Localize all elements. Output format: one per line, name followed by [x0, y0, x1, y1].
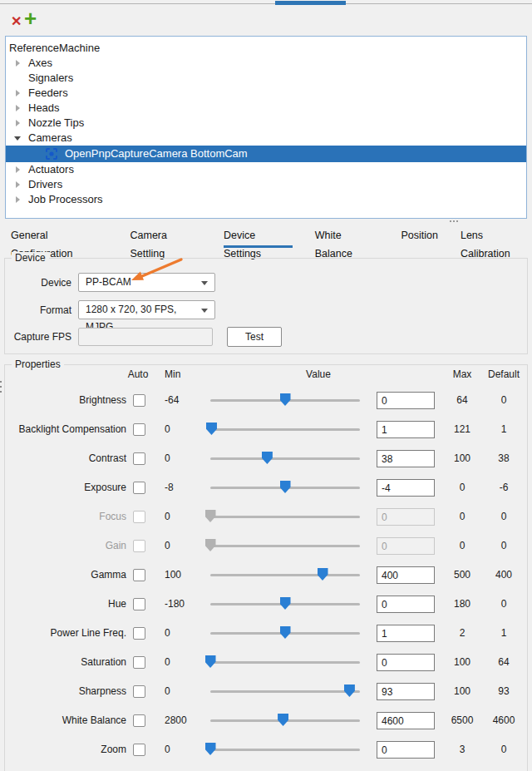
slider-track[interactable]	[210, 516, 360, 518]
device-groupbox-title: Device	[12, 252, 49, 264]
tree-item[interactable]: Job Processors	[6, 192, 526, 207]
slider-handle[interactable]	[205, 539, 216, 551]
value-input[interactable]	[377, 683, 435, 700]
header-min: Min	[165, 368, 180, 380]
expander-icon[interactable]	[14, 104, 22, 112]
expander-icon[interactable]	[14, 195, 22, 204]
tree-item[interactable]: Feeders	[6, 86, 526, 101]
slider-track[interactable]	[210, 661, 360, 664]
slider-track[interactable]	[210, 428, 360, 431]
auto-checkbox[interactable]	[133, 394, 145, 407]
expander-icon[interactable]	[14, 89, 22, 97]
property-name: Power Line Freq.	[0, 619, 126, 648]
tree-item[interactable]: Nozzle Tips	[6, 116, 526, 131]
value-input[interactable]	[377, 450, 435, 467]
tree-item[interactable]: Heads	[6, 101, 526, 116]
value-input[interactable]	[377, 625, 435, 642]
property-name: Exposure	[0, 473, 126, 502]
expander-icon[interactable]	[14, 119, 22, 127]
auto-checkbox[interactable]	[133, 569, 145, 581]
slider-track[interactable]	[210, 545, 360, 547]
value-input[interactable]	[377, 479, 435, 497]
slider-handle[interactable]	[344, 685, 355, 697]
capture-fps-row: Capture FPS Test	[5, 327, 532, 347]
min-value: 0	[165, 619, 170, 648]
tab-bar: General ConfigurationCamera SettlingDevi…	[0, 226, 532, 248]
tab-camera-settling[interactable]: Camera Settling	[131, 226, 201, 248]
splitter-dots-handle[interactable]	[450, 220, 461, 224]
slider-track[interactable]	[210, 749, 360, 751]
add-icon[interactable]: +	[24, 6, 37, 32]
tree-item[interactable]: Actuators	[6, 162, 526, 177]
tree-item[interactable]: Axes	[6, 56, 526, 71]
value-input[interactable]	[377, 741, 435, 759]
slider-handle[interactable]	[205, 655, 216, 668]
value-input[interactable]	[377, 508, 435, 526]
default-value: 93	[470, 677, 532, 706]
slider-handle[interactable]	[205, 743, 216, 755]
device-groupbox: Device Device PP-BCAM Format 1280 x 720,…	[4, 258, 528, 354]
tree-item[interactable]: Drivers	[6, 177, 526, 192]
slider-handle[interactable]	[278, 714, 288, 726]
device-select[interactable]: PP-BCAM	[78, 273, 215, 292]
expander-icon[interactable]	[14, 180, 22, 189]
auto-checkbox[interactable]	[133, 482, 145, 494]
tree-item-label: ReferenceMachine	[9, 41, 100, 56]
delete-icon[interactable]: ✕	[11, 13, 22, 29]
tab-lens-calibration[interactable]: Lens Calibration	[461, 226, 532, 248]
auto-checkbox[interactable]	[133, 627, 145, 640]
property-name: Zoom	[0, 735, 126, 764]
auto-checkbox[interactable]	[133, 685, 145, 698]
tree-item-label: Axes	[28, 56, 52, 71]
tab-device-settings[interactable]: Device Settings	[224, 226, 293, 248]
value-input[interactable]	[377, 537, 435, 555]
format-select[interactable]: 1280 x 720, 30 FPS, MJPG	[78, 300, 215, 319]
auto-checkbox[interactable]	[133, 511, 145, 523]
slider-track[interactable]	[210, 574, 360, 576]
value-input[interactable]	[377, 566, 435, 584]
value-input[interactable]	[377, 712, 435, 729]
tree-item[interactable]: Signalers	[6, 71, 526, 86]
auto-checkbox[interactable]	[133, 744, 145, 756]
tree-item-label: Cameras	[28, 131, 72, 146]
slider-handle[interactable]	[318, 568, 328, 581]
tab-label: White Balance	[315, 230, 352, 259]
min-value: 0	[165, 444, 170, 473]
slider-track[interactable]	[210, 457, 360, 460]
min-value: -64	[165, 386, 179, 415]
property-name: Gain	[0, 531, 126, 561]
expander-icon[interactable]	[14, 134, 22, 142]
auto-checkbox[interactable]	[133, 714, 145, 727]
auto-checkbox[interactable]	[133, 423, 145, 436]
expander-icon[interactable]	[14, 59, 22, 67]
auto-checkbox[interactable]	[133, 598, 145, 610]
tree-item[interactable]: ReferenceMachine	[6, 41, 526, 56]
auto-checkbox[interactable]	[133, 540, 145, 552]
auto-checkbox[interactable]	[133, 452, 145, 465]
expander-icon[interactable]	[14, 166, 22, 174]
slider-handle[interactable]	[206, 423, 217, 435]
slider-handle[interactable]	[262, 452, 273, 464]
value-input[interactable]	[377, 596, 435, 613]
tree-item[interactable]: Cameras	[6, 131, 526, 146]
default-value: 0	[470, 735, 532, 764]
property-row: Backlight Compensation 0 121 1	[0, 415, 532, 444]
test-button[interactable]: Test	[227, 327, 282, 347]
tree-item[interactable]: OpenPnpCaptureCamera BottomCam	[6, 146, 526, 162]
property-name: Sharpness	[0, 677, 126, 706]
tab-white-balance[interactable]: White Balance	[315, 226, 379, 248]
tab-position[interactable]: Position	[401, 226, 437, 248]
value-input[interactable]	[377, 421, 435, 438]
slider-handle[interactable]	[280, 626, 291, 639]
auto-checkbox[interactable]	[133, 656, 145, 669]
slider-handle[interactable]	[280, 481, 291, 493]
min-value: -8	[165, 473, 174, 502]
value-input[interactable]	[377, 654, 435, 671]
tab-general-configuration[interactable]: General Configuration	[11, 226, 108, 248]
slider-handle[interactable]	[205, 510, 216, 522]
value-input[interactable]	[377, 392, 435, 409]
slider-handle[interactable]	[280, 393, 291, 406]
slider-track[interactable]	[210, 690, 360, 693]
min-value: 100	[165, 561, 181, 590]
slider-handle[interactable]	[280, 597, 291, 610]
